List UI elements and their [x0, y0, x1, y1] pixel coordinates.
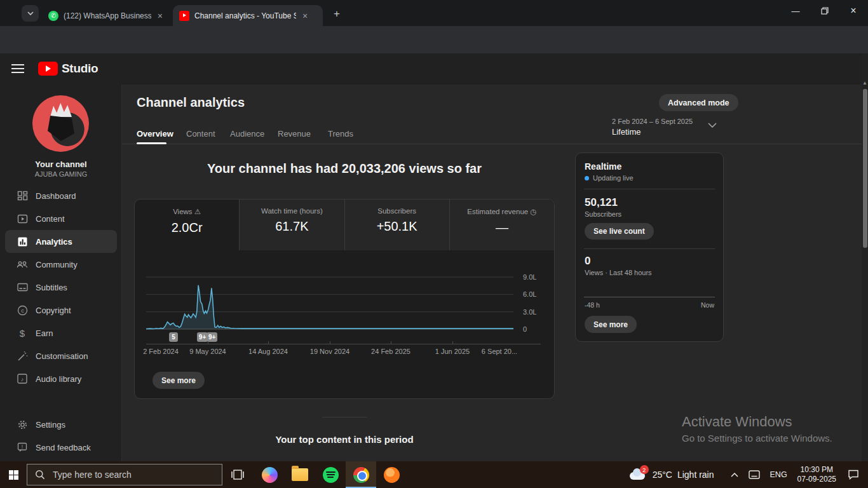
realtime-card: Realtime Updating live 50,121 Subscriber…: [575, 152, 724, 342]
language-indicator[interactable]: ENG: [770, 470, 787, 479]
sidebar-item-subtitles[interactable]: Subtitles: [0, 276, 122, 299]
weather-widget[interactable]: 2: [628, 468, 646, 481]
metric-subscribers[interactable]: Subscribers +50.1K: [344, 200, 449, 250]
sidebar-item-audio-library[interactable]: ♪ Audio library: [0, 367, 122, 390]
sidebar-item-settings[interactable]: Settings: [0, 413, 122, 436]
y-tick: 0: [523, 325, 527, 333]
taskbar-search-input[interactable]: [51, 469, 198, 480]
weather-temp[interactable]: 25°C: [653, 470, 672, 480]
task-view-button[interactable]: [222, 461, 253, 488]
sidebar-item-earn[interactable]: $ Earn: [0, 322, 122, 344]
metric-value: 2.0Cr: [135, 220, 239, 235]
sidebar-item-analytics[interactable]: Analytics: [0, 230, 122, 253]
x-tick-mark: [208, 341, 208, 344]
x-tick-mark: [391, 341, 391, 344]
spotify-icon: [323, 467, 339, 483]
fl-studio-button[interactable]: [376, 461, 407, 488]
desktop-screen: ✆ (122) WhatsApp Business × Channel anal…: [0, 0, 868, 488]
new-tab-button[interactable]: +: [329, 6, 344, 22]
sidebar-item-label: Analytics: [36, 237, 72, 247]
chart-note-marker[interactable]: 5: [169, 332, 178, 342]
whatsapp-icon: ✆: [48, 11, 58, 21]
tab-whatsapp[interactable]: ✆ (122) WhatsApp Business ×: [42, 5, 169, 26]
action-center-icon[interactable]: [848, 470, 859, 480]
spotify-button[interactable]: [315, 461, 346, 488]
taskbar-clock[interactable]: 10:30 PM 07-09-2025: [797, 465, 836, 484]
sidebar-item-dashboard[interactable]: Dashboard: [0, 184, 122, 207]
svg-text:c: c: [21, 307, 24, 314]
sidebar-item-send-feedback[interactable]: ! Send feedback: [0, 436, 122, 459]
chart-note-marker[interactable]: 9+: [207, 332, 217, 342]
tab-search-button[interactable]: [22, 5, 39, 22]
send-feedback-icon: !: [17, 442, 28, 453]
realtime-chart-axis: [584, 297, 715, 297]
tab-trends[interactable]: Trends: [328, 129, 353, 139]
see-live-count-button[interactable]: See live count: [585, 223, 654, 240]
sidebar-item-community[interactable]: Community: [0, 253, 122, 276]
x-tick-mark: [330, 341, 330, 344]
realtime-axis-left-label: -48 h: [585, 301, 600, 309]
window-close-button[interactable]: ×: [839, 0, 868, 22]
weather-desc[interactable]: Light rain: [677, 470, 714, 480]
sidebar-item-content[interactable]: Content: [0, 207, 122, 230]
metric-views[interactable]: Views ⚠ 2.0Cr: [135, 200, 239, 250]
earn-dollar-icon: $: [17, 327, 28, 339]
realtime-see-more-button[interactable]: See more: [585, 316, 637, 333]
sidebar-item-customisation[interactable]: Customisation: [0, 344, 122, 367]
search-icon: [35, 470, 45, 480]
taskbar-chevron-up-icon[interactable]: [731, 473, 738, 477]
divider: [584, 248, 715, 249]
start-button[interactable]: [0, 461, 27, 488]
chevron-down-icon: [27, 11, 34, 15]
tab-close-icon[interactable]: ×: [302, 11, 308, 21]
x-tick-label: 24 Feb 2025: [371, 348, 410, 355]
updating-live-label: Updating live: [593, 174, 634, 182]
advanced-mode-button[interactable]: Advanced mode: [659, 94, 738, 111]
views-line-chart[interactable]: 9.0L 6.0L 3.0L 0 5 9+ 9+ 2 Feb 2024 9 Ma…: [146, 274, 553, 360]
youtube-studio-logo[interactable]: [38, 62, 58, 76]
sidebar-item-label: Community: [36, 260, 78, 269]
channel-avatar[interactable]: [32, 95, 89, 152]
menu-hamburger-icon[interactable]: [11, 64, 24, 73]
customisation-wand-icon: [17, 350, 28, 362]
x-tick-label: 2 Feb 2024: [143, 348, 179, 355]
active-tab-underline: [137, 142, 166, 144]
tab-revenue[interactable]: Revenue: [278, 129, 311, 139]
y-tick: 9.0L: [523, 273, 536, 281]
tab-audience[interactable]: Audience: [230, 129, 264, 139]
touch-keyboard-icon[interactable]: [749, 470, 760, 479]
tab-overview[interactable]: Overview: [137, 129, 173, 139]
tab-close-icon[interactable]: ×: [158, 11, 163, 21]
metric-estimated-revenue[interactable]: Estimated revenue ◷ —: [449, 200, 554, 250]
file-explorer-button[interactable]: [285, 461, 315, 488]
metric-label: Estimated revenue: [467, 208, 528, 215]
tab-content[interactable]: Content: [186, 129, 215, 139]
community-icon: [17, 259, 28, 270]
copilot-button[interactable]: [254, 461, 285, 488]
watermark-line1: Activate Windows: [682, 414, 832, 430]
svg-text:♪: ♪: [21, 376, 24, 383]
sidebar-item-label: Customisation: [36, 351, 88, 361]
sidebar-item-label: Earn: [36, 329, 53, 338]
metric-watch-time[interactable]: Watch time (hours) 61.7K: [239, 200, 344, 250]
browser-tabstrip: ✆ (122) WhatsApp Business × Channel anal…: [0, 0, 868, 26]
window-minimize-button[interactable]: —: [781, 0, 810, 22]
sidebar-item-copyright[interactable]: c Copyright: [0, 299, 122, 322]
task-view-icon: [231, 469, 244, 480]
channel-name: AJUBA GAMING: [0, 170, 122, 178]
fl-studio-icon: [384, 467, 400, 483]
metric-tabs-row: Views ⚠ 2.0Cr Watch time (hours) 61.7K S…: [135, 200, 554, 250]
tab-title: Channel analytics - YouTube Stu: [194, 11, 296, 20]
page-scrollbar[interactable]: ▲: [862, 53, 868, 461]
see-more-button[interactable]: See more: [153, 372, 205, 389]
tab-youtube-studio[interactable]: Channel analytics - YouTube Stu ×: [173, 5, 323, 26]
chrome-button[interactable]: [346, 461, 376, 488]
live-dot: [585, 176, 589, 180]
taskbar-search-box[interactable]: [27, 464, 222, 485]
analytics-tabs: Overview Content Audience Revenue Trends: [122, 127, 862, 144]
x-axis-line: [146, 344, 541, 344]
scrollbar-up-arrow[interactable]: ▲: [862, 80, 867, 86]
advanced-mode-label: Advanced mode: [668, 98, 729, 107]
scrollbar-thumb[interactable]: [863, 89, 867, 248]
window-restore-button[interactable]: [810, 0, 839, 22]
